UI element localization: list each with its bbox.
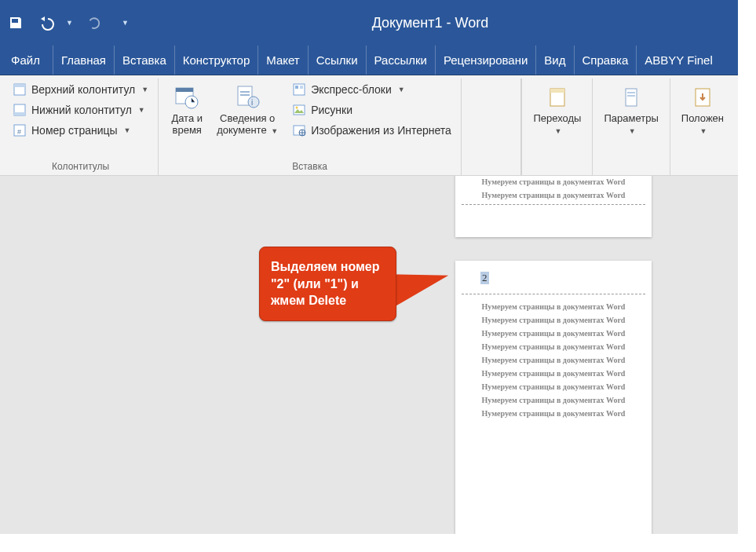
page-2[interactable]: 2 Нумеруем страницы в документах Word Ну… xyxy=(455,261,652,534)
svg-rect-16 xyxy=(300,86,303,89)
paragraph-text: Нумеруем страницы в документах Word xyxy=(474,369,633,378)
ribbon: Верхний колонтитул ▼ Нижний колонтитул ▼… xyxy=(0,75,738,176)
chevron-down-icon: ▼ xyxy=(629,127,636,135)
footer-icon xyxy=(13,103,27,117)
svg-rect-3 xyxy=(14,112,25,115)
header-boundary xyxy=(462,294,645,294)
position-icon xyxy=(688,83,717,111)
page-number-field[interactable]: 2 xyxy=(480,272,489,284)
chevron-down-icon: ▼ xyxy=(124,126,131,134)
tab-layout[interactable]: Макет xyxy=(258,46,308,75)
svg-rect-24 xyxy=(627,92,635,93)
navigation-button[interactable]: Переходы▼ xyxy=(527,80,587,137)
page-1[interactable]: Нумеруем страницы в документах Word Нуме… xyxy=(455,176,652,237)
group-options: Параметры▼ xyxy=(593,79,670,175)
svg-text:#: # xyxy=(17,128,21,136)
svg-rect-10 xyxy=(240,91,250,93)
tab-insert[interactable]: Вставка xyxy=(115,46,175,75)
svg-rect-7 xyxy=(176,88,193,92)
page-number-button[interactable]: # Номер страницы ▼ xyxy=(8,121,153,140)
svg-rect-17 xyxy=(294,105,305,115)
svg-text:i: i xyxy=(251,98,253,107)
quick-parts-button[interactable]: Экспресс-блоки ▼ xyxy=(287,80,456,99)
group-position: Положен▼ xyxy=(670,79,735,175)
tab-review[interactable]: Рецензировани xyxy=(436,46,536,75)
chevron-down-icon: ▼ xyxy=(398,86,405,93)
callout-text: Выделяем номер "2" (или "1") и жмем Dele… xyxy=(271,260,379,307)
svg-point-12 xyxy=(248,97,259,108)
tab-view[interactable]: Вид xyxy=(536,46,574,75)
tab-help[interactable]: Справка xyxy=(575,46,637,75)
svg-rect-11 xyxy=(240,94,250,96)
paragraph-text: Нумеруем страницы в документах Word xyxy=(474,329,633,338)
tab-references[interactable]: Ссылки xyxy=(309,46,367,75)
paragraph-text: Нумеруем страницы в документах Word xyxy=(474,396,633,404)
pictures-button[interactable]: Рисунки xyxy=(287,101,456,119)
redo-button[interactable] xyxy=(84,13,103,32)
tab-design[interactable]: Конструктор xyxy=(175,46,259,75)
ribbon-tabs: Файл Главная Вставка Конструктор Макет С… xyxy=(0,46,738,75)
chevron-down-icon: ▼ xyxy=(555,127,562,135)
undo-button[interactable] xyxy=(36,13,55,32)
paragraph-text: Нумеруем страницы в документах Word xyxy=(474,191,633,199)
tab-home[interactable]: Главная xyxy=(53,46,115,75)
options-button[interactable]: Параметры▼ xyxy=(597,80,664,137)
quick-parts-icon xyxy=(292,82,306,97)
paragraph-text: Нумеруем страницы в документах Word xyxy=(474,409,633,418)
date-time-button[interactable]: Дата ивремя xyxy=(163,80,210,137)
pictures-icon xyxy=(292,103,306,117)
annotation-callout: Выделяем номер "2" (или "1") и жмем Dele… xyxy=(259,247,396,321)
group-label: Колонтитулы xyxy=(52,159,109,174)
tab-mailings[interactable]: Рассылки xyxy=(367,46,436,75)
calendar-clock-icon xyxy=(173,83,201,111)
paragraph-text: Нумеруем страницы в документах Word xyxy=(474,302,633,311)
chevron-down-icon: ▼ xyxy=(138,106,145,114)
svg-rect-15 xyxy=(295,86,298,89)
group-insert: Дата ивремя i Сведения одокументе ▼ Эк xyxy=(159,79,462,175)
tab-file[interactable]: Файл xyxy=(0,46,53,75)
qat-customize-icon[interactable]: ▼ xyxy=(122,19,129,27)
window-title: Документ1 - Word xyxy=(129,15,732,31)
header-icon xyxy=(13,82,27,97)
options-icon xyxy=(617,83,645,111)
group-navigation: Переходы▼ xyxy=(521,79,593,175)
tab-abbyy[interactable]: ABBYY Finel xyxy=(637,46,720,75)
group-label: Вставка xyxy=(292,159,327,174)
chevron-down-icon: ▼ xyxy=(141,86,148,93)
footer-button[interactable]: Нижний колонтитул ▼ xyxy=(8,101,153,119)
chevron-down-icon: ▼ xyxy=(271,127,278,135)
svg-rect-1 xyxy=(14,84,25,87)
footer-boundary xyxy=(462,204,645,205)
chevron-down-icon: ▼ xyxy=(699,127,707,135)
svg-rect-22 xyxy=(550,89,564,93)
paragraph-text: Нумеруем страницы в документах Word xyxy=(474,356,633,364)
svg-rect-23 xyxy=(626,89,637,106)
svg-rect-25 xyxy=(627,95,635,97)
paragraph-text: Нумеруем страницы в документах Word xyxy=(474,342,633,351)
paragraph-text: Нумеруем страницы в документах Word xyxy=(474,316,633,324)
page-number-icon: # xyxy=(13,123,27,137)
document-info-button[interactable]: i Сведения одокументе ▼ xyxy=(210,80,284,137)
position-button[interactable]: Положен▼ xyxy=(675,80,730,137)
paragraph-text: Нумеруем страницы в документах Word xyxy=(474,382,633,391)
navigation-icon xyxy=(543,83,572,111)
online-pictures-icon xyxy=(292,123,306,137)
document-info-icon: i xyxy=(233,83,261,111)
header-button[interactable]: Верхний колонтитул ▼ xyxy=(8,80,153,99)
undo-dropdown-icon[interactable]: ▼ xyxy=(66,19,73,27)
document-workspace[interactable]: Нумеруем страницы в документах Word Нуме… xyxy=(0,176,738,534)
paragraph-text: Нумеруем страницы в документах Word xyxy=(474,177,633,186)
group-header-footer: Верхний колонтитул ▼ Нижний колонтитул ▼… xyxy=(3,79,159,175)
save-button[interactable] xyxy=(6,13,25,32)
titlebar: ▼ ▼ Документ1 - Word xyxy=(0,0,738,46)
svg-point-18 xyxy=(296,107,298,109)
online-pictures-button[interactable]: Изображения из Интернета xyxy=(287,121,456,140)
